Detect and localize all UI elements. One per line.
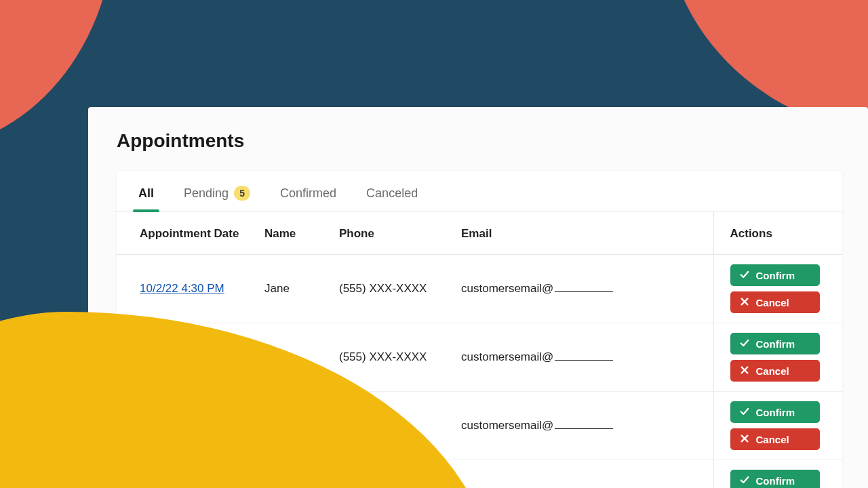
- close-icon: [740, 297, 749, 308]
- col-header-name: Name: [252, 212, 327, 255]
- tab-pending[interactable]: Pending 5: [182, 180, 252, 211]
- cancel-button-label: Cancel: [756, 365, 789, 377]
- close-icon: [740, 365, 749, 377]
- email-blank-line: [555, 428, 613, 429]
- cell-email: customersemail@: [449, 255, 713, 323]
- tabs: All Pending 5 Confirmed Canceled: [117, 171, 842, 212]
- confirm-button-label: Confirm: [756, 475, 795, 487]
- table-header-row: Appointment Date Name Phone Email Action…: [117, 212, 842, 255]
- confirm-button[interactable]: Confirm: [730, 401, 820, 423]
- email-blank-line: [555, 291, 613, 292]
- cancel-button[interactable]: Cancel: [730, 291, 820, 313]
- cell-phone: (555) XXX-XXXX: [327, 255, 449, 323]
- pending-count-badge: 5: [234, 186, 250, 201]
- confirm-button[interactable]: Confirm: [730, 333, 820, 354]
- tab-confirmed-label: Confirmed: [280, 186, 336, 201]
- page-title: Appointments: [117, 130, 842, 152]
- cancel-button[interactable]: Cancel: [730, 360, 820, 382]
- col-header-date: Appointment Date: [117, 212, 252, 255]
- check-icon: [740, 338, 749, 350]
- close-icon: [740, 434, 749, 445]
- col-header-phone: Phone: [327, 212, 449, 255]
- check-icon: [740, 407, 749, 418]
- confirm-button[interactable]: Confirm: [730, 264, 820, 286]
- confirm-button-label: Confirm: [756, 270, 795, 281]
- check-icon: [740, 270, 749, 281]
- cell-email: [449, 460, 713, 489]
- email-blank-line: [555, 360, 613, 361]
- table-row: 10/2/22 4:30 PMJane(555) XXX-XXXXcustome…: [117, 255, 842, 323]
- col-header-actions: Actions: [713, 212, 842, 255]
- cell-email-text: customersemail@: [461, 419, 553, 432]
- cancel-button-label: Cancel: [756, 297, 789, 308]
- cell-email-text: customersemail@: [461, 282, 553, 295]
- cell-email-text: customersemail@: [461, 350, 553, 363]
- tab-pending-label: Pending: [184, 186, 229, 201]
- tab-all[interactable]: All: [137, 181, 155, 211]
- cancel-button-label: Cancel: [756, 434, 789, 445]
- tab-all-label: All: [138, 186, 154, 201]
- cell-name: Jane: [252, 255, 327, 323]
- confirm-button[interactable]: Confirm: [730, 470, 820, 488]
- confirm-button-label: Confirm: [756, 407, 795, 418]
- tab-canceled-label: Canceled: [366, 186, 418, 201]
- check-icon: [740, 475, 749, 487]
- cancel-button[interactable]: Cancel: [730, 428, 820, 450]
- cell-email: customersemail@: [449, 392, 713, 460]
- appointment-date-link[interactable]: 10/2/22 4:30 PM: [140, 282, 224, 295]
- tab-canceled[interactable]: Canceled: [365, 181, 419, 211]
- tab-confirmed[interactable]: Confirmed: [279, 181, 338, 211]
- col-header-email: Email: [449, 212, 713, 255]
- cell-email: customersemail@: [449, 323, 713, 392]
- confirm-button-label: Confirm: [756, 338, 795, 350]
